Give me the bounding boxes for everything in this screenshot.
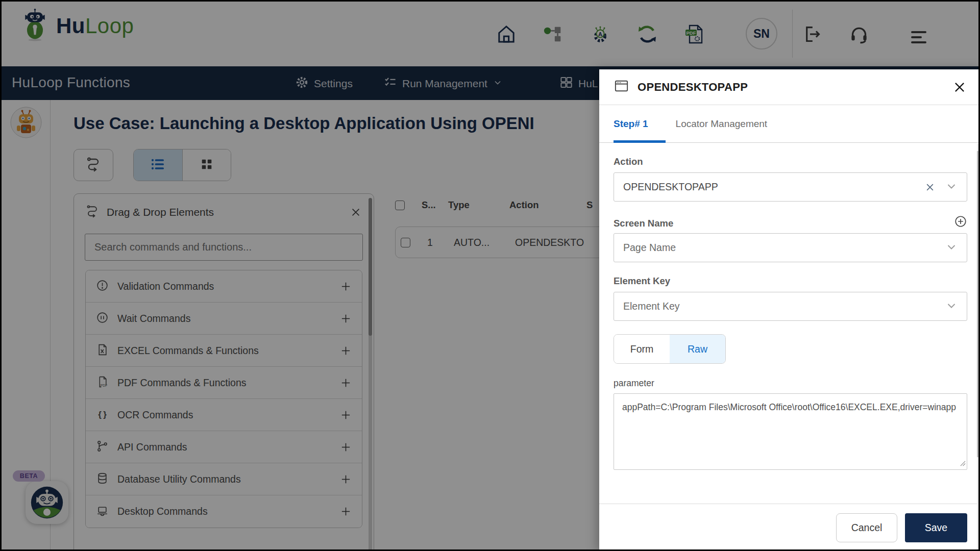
parameter-textarea[interactable]: appPath=C:\Program Files\Microsoft Offic… xyxy=(614,393,967,470)
resize-grip-icon[interactable] xyxy=(960,459,966,468)
action-select[interactable]: OPENDESKTOPAPP xyxy=(614,172,967,202)
close-icon[interactable] xyxy=(952,80,967,95)
drawer-footer: Cancel Save xyxy=(599,504,980,551)
clear-icon[interactable] xyxy=(925,182,935,192)
action-select-value: OPENDESKTOPAPP xyxy=(623,181,925,193)
screen-name-select[interactable]: Page Name xyxy=(614,233,967,262)
tab-step-1[interactable]: Step# 1 xyxy=(614,118,648,130)
app-screen: HuLoop A xyxy=(0,0,980,551)
raw-mode-button[interactable]: Raw xyxy=(670,335,725,363)
element-key-label: Element Key xyxy=(614,276,967,287)
screen-name-label: Screen Name xyxy=(614,218,673,229)
tab-locator-management[interactable]: Locator Management xyxy=(676,118,768,130)
cancel-button[interactable]: Cancel xyxy=(836,513,897,542)
drawer-tabs: Step# 1 Locator Management xyxy=(599,105,980,143)
drawer-header: OPENDESKTOPAPP xyxy=(599,69,980,105)
element-key-placeholder: Element Key xyxy=(623,300,945,312)
element-key-select[interactable]: Element Key xyxy=(614,292,967,321)
drawer-title: OPENDESKTOPAPP xyxy=(638,81,944,94)
window-icon xyxy=(614,78,629,96)
save-button[interactable]: Save xyxy=(905,513,967,542)
drawer-scrollbar-thumb[interactable] xyxy=(977,151,980,457)
opendesktopapp-drawer: OPENDESKTOPAPP Step# 1 Locator Managemen… xyxy=(599,69,980,551)
parameter-label: parameter xyxy=(614,378,967,389)
form-mode-button[interactable]: Form xyxy=(614,335,670,363)
chevron-down-icon[interactable] xyxy=(945,241,958,255)
parameter-mode-toggle: Form Raw xyxy=(614,334,726,364)
drawer-scrollbar[interactable] xyxy=(977,144,980,551)
add-screen-plus-circle-icon[interactable] xyxy=(954,215,967,230)
screen-name-placeholder: Page Name xyxy=(623,242,945,254)
drawer-body: Action OPENDESKTOPAPP Screen Name xyxy=(599,143,980,504)
action-label: Action xyxy=(614,156,967,167)
chevron-down-icon[interactable] xyxy=(945,299,958,314)
chevron-down-icon[interactable] xyxy=(945,180,958,194)
